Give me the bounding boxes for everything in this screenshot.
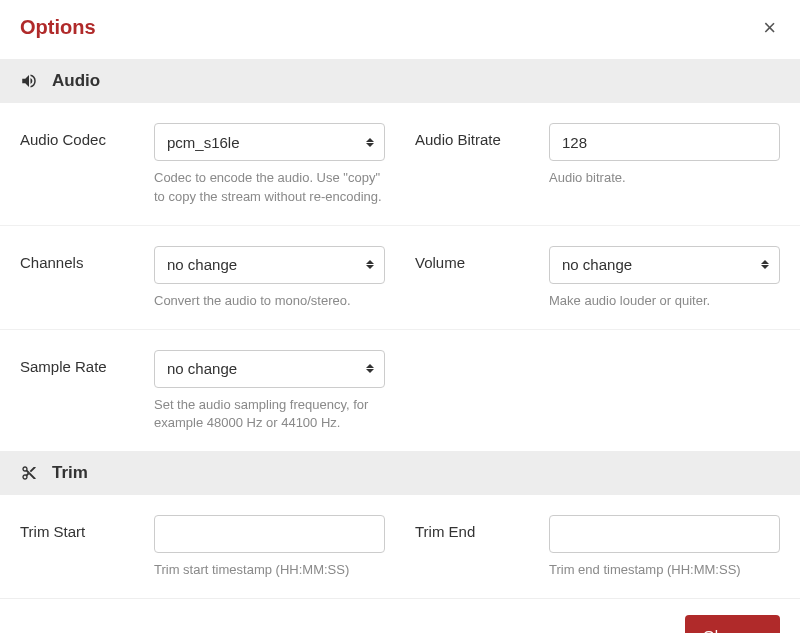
help-trim-start: Trim start timestamp (HH:MM:SS): [154, 561, 385, 580]
section-header-trim: Trim: [0, 451, 800, 495]
row-codec-bitrate: Audio Codec pcm_s16le Codec to encode th…: [0, 103, 800, 226]
help-audio-bitrate: Audio bitrate.: [549, 169, 780, 188]
field-trim-start: Trim Start Trim start timestamp (HH:MM:S…: [20, 515, 385, 580]
select-volume-value: no change: [562, 256, 632, 273]
input-trim-start[interactable]: [154, 515, 385, 553]
select-caret-icon: [366, 364, 374, 373]
row-trim: Trim Start Trim start timestamp (HH:MM:S…: [0, 495, 800, 598]
chevron-down-icon: [752, 627, 762, 633]
select-audio-codec-value: pcm_s16le: [167, 134, 240, 151]
help-volume: Make audio louder or quiter.: [549, 292, 780, 311]
close-icon: ×: [763, 15, 776, 40]
section-title-audio: Audio: [52, 71, 100, 91]
field-channels: Channels no change Convert the audio to …: [20, 246, 385, 311]
help-sample-rate: Set the audio sampling frequency, for ex…: [154, 396, 385, 434]
select-caret-icon: [761, 260, 769, 269]
label-trim-end: Trim End: [415, 515, 535, 580]
help-trim-end: Trim end timestamp (HH:MM:SS): [549, 561, 780, 580]
select-caret-icon: [366, 260, 374, 269]
select-audio-codec[interactable]: pcm_s16le: [154, 123, 385, 161]
select-caret-icon: [366, 138, 374, 147]
row-sample-rate: Sample Rate no change Set the audio samp…: [0, 330, 800, 452]
close-button[interactable]: ×: [759, 17, 780, 39]
label-volume: Volume: [415, 246, 535, 311]
field-empty: [415, 350, 780, 434]
label-trim-start: Trim Start: [20, 515, 140, 580]
input-trim-end[interactable]: [549, 515, 780, 553]
options-modal: Options × Audio Audio Codec pcm_s16le Co…: [0, 0, 800, 633]
input-audio-bitrate[interactable]: [549, 123, 780, 161]
modal-title: Options: [20, 16, 96, 39]
field-audio-bitrate: Audio Bitrate Audio bitrate.: [415, 123, 780, 207]
audio-form: Audio Codec pcm_s16le Codec to encode th…: [0, 103, 800, 451]
label-channels: Channels: [20, 246, 140, 311]
label-audio-codec: Audio Codec: [20, 123, 140, 207]
field-sample-rate: Sample Rate no change Set the audio samp…: [20, 350, 385, 434]
row-channels-volume: Channels no change Convert the audio to …: [0, 226, 800, 330]
help-audio-codec: Codec to encode the audio. Use "copy" to…: [154, 169, 385, 207]
modal-header: Options ×: [0, 0, 800, 59]
field-trim-end: Trim End Trim end timestamp (HH:MM:SS): [415, 515, 780, 580]
select-volume[interactable]: no change: [549, 246, 780, 284]
modal-footer: Okay: [0, 598, 800, 633]
field-volume: Volume no change Make audio louder or qu…: [415, 246, 780, 311]
section-header-audio: Audio: [0, 59, 800, 103]
okay-button[interactable]: Okay: [685, 615, 780, 633]
help-channels: Convert the audio to mono/stereo.: [154, 292, 385, 311]
volume-icon: [20, 72, 38, 90]
label-sample-rate: Sample Rate: [20, 350, 140, 434]
trim-form: Trim Start Trim start timestamp (HH:MM:S…: [0, 495, 800, 598]
scissors-icon: [20, 464, 38, 482]
label-audio-bitrate: Audio Bitrate: [415, 123, 535, 207]
select-sample-rate[interactable]: no change: [154, 350, 385, 388]
section-title-trim: Trim: [52, 463, 88, 483]
select-channels[interactable]: no change: [154, 246, 385, 284]
select-sample-rate-value: no change: [167, 360, 237, 377]
select-channels-value: no change: [167, 256, 237, 273]
field-audio-codec: Audio Codec pcm_s16le Codec to encode th…: [20, 123, 385, 207]
okay-button-label: Okay: [703, 627, 738, 633]
